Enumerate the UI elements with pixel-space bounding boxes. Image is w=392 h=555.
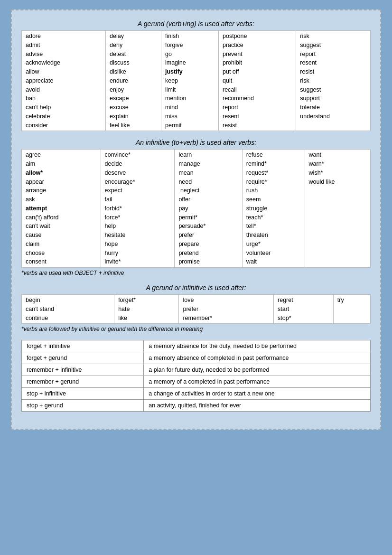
goi-footnote: *verbs are followed by infinitive or ger… [21, 326, 371, 332]
meaning-row-3: remember + infinitive a plan for future … [22, 364, 371, 376]
meaning-row-2: forget + gerund a memory absence of comp… [22, 352, 371, 364]
meaning-def-3: a plan for future duty, needed to be per… [144, 364, 371, 376]
meaning-row-4: remember + gerund a memory of a complete… [22, 376, 371, 388]
infinitive-table: agreeaimallow*appeararrangeaskattemptcan… [21, 149, 371, 268]
gerund-col-4: postponepracticepreventprohibitput offqu… [218, 31, 296, 131]
meaning-term-3: remember + infinitive [22, 364, 144, 376]
meaning-term-2: forget + gerund [22, 352, 144, 364]
gerund-table: adoreadmitadviseacknowledgeallowapprecia… [21, 30, 371, 131]
infinitive-col-4: refuseremind*request*require*rushseemstr… [242, 150, 305, 268]
meanings-table: forget + infinitive a memory absence for… [21, 340, 371, 412]
infinitive-col-2: convince*decidedeserveencourage*expectfa… [101, 150, 175, 268]
table-row: adoreadmitadviseacknowledgeallowapprecia… [22, 31, 371, 131]
gerund-col-1: adoreadmitadviseacknowledgeallowapprecia… [22, 31, 106, 131]
goi-col-4: regretstartstop* [274, 295, 334, 324]
table-row: begincan't standcontinue forget*hatelike… [22, 295, 371, 324]
meaning-term-4: remember + gerund [22, 376, 144, 388]
infinitive-col-1: agreeaimallow*appeararrangeaskattemptcan… [22, 150, 101, 268]
goi-col-1: begincan't standcontinue [22, 295, 114, 324]
meaning-term-5: stop + infinitive [22, 388, 144, 400]
gerund-col-2: delaydenydetestdiscussdislikeendureenjoy… [106, 31, 161, 131]
meaning-row-6: stop + gerund an activity, quitted, fini… [22, 400, 371, 412]
gerund-col-3: finishforgivegoimaginejustifykeeplimitme… [161, 31, 218, 131]
table-row: agreeaimallow*appeararrangeaskattemptcan… [22, 150, 371, 268]
gerund-section: A gerund (verb+ing) is used after verbs:… [21, 20, 371, 131]
gerund-col-5: risksuggestreportresentresistrisksuggest… [296, 31, 371, 131]
meaning-def-2: a memory absence of completed in past pe… [144, 352, 371, 364]
infinitive-col-3: learnmanagemeanneed neglectofferpaypermi… [175, 150, 242, 268]
goi-col-5: try [333, 295, 370, 324]
main-page: A gerund (verb+ing) is used after verbs:… [11, 9, 381, 430]
gerund-or-infinitive-table: begincan't standcontinue forget*hatelike… [21, 294, 371, 324]
infinitive-title: An infinitive (to+verb) is used after ve… [21, 139, 371, 146]
meaning-def-4: a memory of a completed in past performa… [144, 376, 371, 388]
infinitive-col-5: wantwarn*wish*would like [305, 150, 370, 268]
meaning-term-1: forget + infinitive [22, 340, 144, 352]
infinitive-section: An infinitive (to+verb) is used after ve… [21, 139, 371, 276]
meaning-def-1: a memory absence for the duty, needed to… [144, 340, 371, 352]
goi-col-3: lovepreferremember* [179, 295, 274, 324]
gerund-or-infinitive-title: A gerund or infinitive is used after: [21, 284, 371, 292]
goi-col-2: forget*hatelike [114, 295, 179, 324]
meaning-row-1: forget + infinitive a memory absence for… [22, 340, 371, 352]
meaning-def-6: an activity, quitted, finished for ever [144, 400, 371, 412]
gerund-title: A gerund (verb+ing) is used after verbs: [21, 20, 371, 28]
meaning-def-5: a change of activities in order to start… [144, 388, 371, 400]
meaning-row-5: stop + infinitive a change of activities… [22, 388, 371, 400]
meanings-section: forget + infinitive a memory absence for… [21, 340, 371, 412]
infinitive-footnote: *verbs are used with OBJECT + infinitive [21, 270, 371, 276]
gerund-or-infinitive-section: A gerund or infinitive is used after: be… [21, 284, 371, 332]
meaning-term-6: stop + gerund [22, 400, 144, 412]
